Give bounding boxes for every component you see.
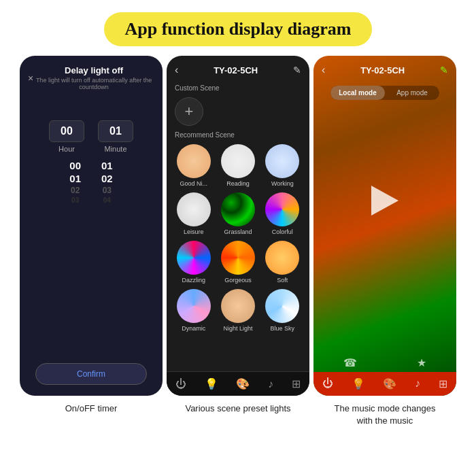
- captions-row: On/oFF timer Various scene preset lights…: [0, 396, 476, 427]
- scene-circle-dynamic: [177, 289, 211, 323]
- panel3-header: ‹ TY-02-5CH ✎: [313, 56, 456, 80]
- hour-scroll-2: 02: [71, 186, 80, 195]
- scene-item[interactable]: Soft: [264, 241, 301, 284]
- phone-icon[interactable]: ☎: [343, 356, 357, 369]
- play-button[interactable]: [371, 186, 398, 216]
- scene-name-colorful: Colorful: [272, 228, 293, 235]
- local-mode-button[interactable]: Local mode: [330, 86, 385, 100]
- caption-3: The music mode changeswith the music: [313, 403, 456, 427]
- time-selector-row: 00 Hour 01 Minute: [49, 120, 133, 153]
- min-scroll-3: 04: [103, 197, 111, 204]
- scene-item[interactable]: Grassland: [219, 192, 256, 235]
- min-scroll-0: 01: [101, 160, 113, 171]
- scene-item[interactable]: Leisure: [175, 192, 212, 235]
- minute-value: 01: [109, 125, 122, 137]
- panel-scene: ‹ TY-02-5CH ✎ Custom Scene + Recommend S…: [167, 56, 309, 396]
- panels-container: × Delay light off The light will turn of…: [0, 56, 476, 396]
- nav-bulb-icon[interactable]: 💡: [205, 377, 218, 390]
- scene-name-gorgeous: Gorgeous: [224, 277, 252, 284]
- panel3-nav-bar: ⏻ 💡 🎨 ♪ ⊞: [313, 372, 456, 396]
- p3-power-icon[interactable]: ⏻: [322, 377, 333, 390]
- scene-circle-leisure: [177, 192, 211, 226]
- close-icon[interactable]: ×: [28, 73, 33, 84]
- scene-name-leisure: Leisure: [184, 228, 204, 235]
- confirm-button[interactable]: Confirm: [35, 363, 147, 385]
- panel-timer: × Delay light off The light will turn of…: [20, 56, 163, 396]
- page-header: App function display diagram: [0, 0, 476, 56]
- scene-circle-grassland: [221, 192, 255, 226]
- scene-circle-reading: [221, 144, 255, 178]
- panel1-header: × Delay light off The light will turn of…: [20, 56, 163, 93]
- scene-circle-dazzling: [177, 241, 211, 275]
- minute-box[interactable]: 01: [98, 120, 133, 142]
- scene-item[interactable]: Dazzling: [175, 241, 212, 284]
- scene-item[interactable]: Dynamic: [175, 289, 212, 332]
- add-scene-button[interactable]: +: [175, 97, 203, 126]
- hour-box[interactable]: 00: [49, 120, 84, 142]
- panel1-title-block: Delay light off The light will turn off …: [33, 65, 154, 90]
- scene-circle-bluesky: [265, 289, 299, 323]
- scene-item[interactable]: Good Ni...: [175, 144, 212, 187]
- caption-1: On/oFF timer: [20, 403, 163, 427]
- scene-name-grassland: Grassland: [224, 228, 252, 235]
- header-badge: App function display diagram: [104, 12, 371, 46]
- p3-music-icon[interactable]: ♪: [415, 377, 420, 390]
- nav-music-icon[interactable]: ♪: [268, 377, 273, 390]
- min-scroll-2: 03: [103, 186, 112, 195]
- scene-item[interactable]: Reading: [219, 144, 256, 187]
- play-area: [313, 105, 456, 296]
- scene-circle-colorful: [265, 192, 299, 226]
- panel1-title: Delay light off: [33, 65, 154, 75]
- p3-palette-icon[interactable]: 🎨: [383, 377, 396, 390]
- nav-palette-icon[interactable]: 🎨: [236, 377, 250, 390]
- panel2-body: Custom Scene + Recommend Scene Good Ni..…: [167, 80, 309, 336]
- min-scroll-1: 02: [101, 173, 113, 184]
- scene-item[interactable]: Working: [264, 144, 301, 187]
- mode-toggle: Local mode App mode: [330, 86, 439, 100]
- back-icon[interactable]: ‹: [175, 64, 178, 76]
- hour-scroll-3: 03: [71, 197, 79, 204]
- custom-scene-label: Custom Scene: [175, 84, 301, 92]
- scene-circle-soft: [265, 241, 299, 275]
- scene-name-bluesky: Blue Sky: [271, 325, 295, 332]
- caption-3-text: The music mode changeswith the music: [335, 403, 436, 426]
- panel2-title: TY-02-5CH: [214, 65, 258, 75]
- star-icon[interactable]: ★: [417, 356, 426, 369]
- hour-scroll: 00 01 02 03: [69, 160, 81, 204]
- panel2-header: ‹ TY-02-5CH ✎: [167, 56, 309, 80]
- scene-name-working: Working: [271, 180, 294, 187]
- nav-grid-icon[interactable]: ⊞: [292, 377, 301, 390]
- scene-circle-gorgeous: [221, 241, 255, 275]
- edit-icon[interactable]: ✎: [293, 65, 301, 75]
- hour-label: Hour: [58, 145, 75, 153]
- scene-circle-nightlight: [221, 289, 255, 323]
- scene-circle-working: [265, 144, 299, 178]
- panel3-bottom-nav: ☎ ★ ⏻ 💡 🎨 ♪ ⊞: [313, 351, 456, 396]
- caption-2: Various scene preset lights: [167, 403, 309, 427]
- scene-name-reading: Reading: [226, 180, 250, 187]
- add-icon: +: [185, 103, 194, 120]
- scene-item[interactable]: Gorgeous: [219, 241, 256, 284]
- page-title: App function display diagram: [124, 19, 351, 39]
- hour-scroll-0: 00: [69, 160, 81, 171]
- caption-2-text: Various scene preset lights: [185, 403, 290, 413]
- p3-top-icons: ☎ ★: [313, 351, 456, 372]
- p3-edit-icon[interactable]: ✎: [440, 65, 448, 75]
- scene-item[interactable]: Colorful: [264, 192, 301, 235]
- scene-item[interactable]: Blue Sky: [264, 289, 301, 332]
- nav-power-icon[interactable]: ⏻: [175, 377, 186, 390]
- p3-bulb-icon[interactable]: 💡: [352, 377, 365, 390]
- recommend-label: Recommend Scene: [175, 131, 301, 139]
- hour-scroll-1: 01: [69, 173, 81, 184]
- hour-value: 00: [61, 125, 73, 137]
- scene-name-soft: Soft: [277, 277, 288, 284]
- scroll-columns: 00 01 02 03 01 02 03 04: [69, 160, 112, 204]
- scene-item[interactable]: Night Light: [219, 289, 256, 332]
- app-mode-button[interactable]: App mode: [385, 86, 439, 100]
- p3-back-icon[interactable]: ‹: [322, 64, 325, 76]
- scene-name-nightlight: Night Light: [223, 325, 252, 332]
- panel-music: ‹ TY-02-5CH ✎ Local mode App mode ☎ ★ ⏻ …: [313, 56, 456, 396]
- scene-name-dazzling: Dazzling: [182, 277, 205, 284]
- panel1-body: 00 Hour 01 Minute 00 01 02 03 01: [20, 93, 163, 215]
- p3-grid-icon[interactable]: ⊞: [439, 377, 447, 390]
